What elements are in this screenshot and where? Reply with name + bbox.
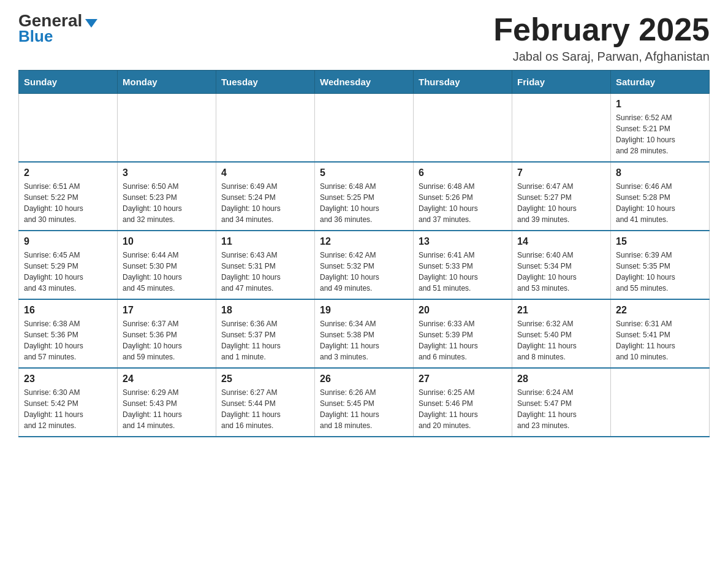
weekday-header-tuesday: Tuesday	[216, 71, 315, 94]
day-number: 6	[419, 167, 507, 178]
day-info: Sunrise: 6:51 AM Sunset: 5:22 PM Dayligh…	[24, 181, 112, 225]
calendar-day-16: 16Sunrise: 6:38 AM Sunset: 5:36 PM Dayli…	[19, 299, 118, 368]
logo-blue: Blue	[18, 27, 53, 46]
day-number: 23	[24, 373, 112, 385]
weekday-header-saturday: Saturday	[611, 71, 710, 94]
day-info: Sunrise: 6:46 AM Sunset: 5:28 PM Dayligh…	[616, 181, 704, 225]
day-number: 8	[616, 167, 704, 178]
day-number: 2	[24, 167, 112, 178]
day-number: 14	[517, 236, 605, 247]
day-info: Sunrise: 6:33 AM Sunset: 5:39 PM Dayligh…	[419, 318, 507, 362]
day-info: Sunrise: 6:31 AM Sunset: 5:41 PM Dayligh…	[616, 318, 704, 362]
calendar-day-18: 18Sunrise: 6:36 AM Sunset: 5:37 PM Dayli…	[216, 299, 315, 368]
day-info: Sunrise: 6:36 AM Sunset: 5:37 PM Dayligh…	[221, 318, 309, 362]
weekday-header-thursday: Thursday	[414, 71, 512, 94]
day-number: 28	[517, 373, 605, 385]
calendar-day-5: 5Sunrise: 6:48 AM Sunset: 5:25 PM Daylig…	[315, 162, 414, 231]
day-number: 24	[123, 373, 211, 385]
calendar-day-21: 21Sunrise: 6:32 AM Sunset: 5:40 PM Dayli…	[512, 299, 611, 368]
day-info: Sunrise: 6:50 AM Sunset: 5:23 PM Dayligh…	[123, 181, 211, 225]
calendar-day-26: 26Sunrise: 6:26 AM Sunset: 5:45 PM Dayli…	[315, 368, 414, 437]
day-number: 15	[616, 236, 704, 247]
day-number: 22	[616, 305, 704, 316]
location-subtitle: Jabal os Saraj, Parwan, Afghanistan	[493, 50, 710, 64]
page-header: General Blue February 2025 Jabal os Sara…	[18, 12, 710, 64]
calendar-day-25: 25Sunrise: 6:27 AM Sunset: 5:44 PM Dayli…	[216, 368, 315, 437]
calendar-header-row: SundayMondayTuesdayWednesdayThursdayFrid…	[19, 71, 710, 94]
calendar-day-14: 14Sunrise: 6:40 AM Sunset: 5:34 PM Dayli…	[512, 231, 611, 299]
calendar-day-15: 15Sunrise: 6:39 AM Sunset: 5:35 PM Dayli…	[611, 231, 710, 299]
calendar-empty-cell	[512, 94, 611, 163]
day-number: 26	[320, 373, 408, 385]
day-number: 3	[123, 167, 211, 178]
calendar-day-4: 4Sunrise: 6:49 AM Sunset: 5:24 PM Daylig…	[216, 162, 315, 231]
day-info: Sunrise: 6:41 AM Sunset: 5:33 PM Dayligh…	[419, 250, 507, 294]
weekday-header-sunday: Sunday	[19, 71, 118, 94]
calendar-day-10: 10Sunrise: 6:44 AM Sunset: 5:30 PM Dayli…	[118, 231, 216, 299]
day-info: Sunrise: 6:45 AM Sunset: 5:29 PM Dayligh…	[24, 250, 112, 294]
day-number: 20	[419, 305, 507, 316]
day-number: 11	[221, 236, 309, 247]
weekday-header-wednesday: Wednesday	[315, 71, 414, 94]
calendar-day-7: 7Sunrise: 6:47 AM Sunset: 5:27 PM Daylig…	[512, 162, 611, 231]
calendar-day-3: 3Sunrise: 6:50 AM Sunset: 5:23 PM Daylig…	[118, 162, 216, 231]
calendar-empty-cell	[315, 94, 414, 163]
calendar-day-9: 9Sunrise: 6:45 AM Sunset: 5:29 PM Daylig…	[19, 231, 118, 299]
day-number: 5	[320, 167, 408, 178]
calendar-empty-cell	[611, 368, 710, 437]
day-info: Sunrise: 6:40 AM Sunset: 5:34 PM Dayligh…	[517, 250, 605, 294]
calendar-empty-cell	[414, 94, 512, 163]
calendar-day-28: 28Sunrise: 6:24 AM Sunset: 5:47 PM Dayli…	[512, 368, 611, 437]
day-number: 1	[616, 99, 704, 110]
day-info: Sunrise: 6:48 AM Sunset: 5:26 PM Dayligh…	[419, 181, 507, 225]
calendar-week-row: 1Sunrise: 6:52 AM Sunset: 5:21 PM Daylig…	[19, 94, 710, 163]
day-info: Sunrise: 6:48 AM Sunset: 5:25 PM Dayligh…	[320, 181, 408, 225]
day-number: 10	[123, 236, 211, 247]
month-title: February 2025	[493, 12, 710, 47]
calendar-day-17: 17Sunrise: 6:37 AM Sunset: 5:36 PM Dayli…	[118, 299, 216, 368]
day-info: Sunrise: 6:42 AM Sunset: 5:32 PM Dayligh…	[320, 250, 408, 294]
weekday-header-monday: Monday	[118, 71, 216, 94]
day-info: Sunrise: 6:43 AM Sunset: 5:31 PM Dayligh…	[221, 250, 309, 294]
calendar-empty-cell	[118, 94, 216, 163]
day-info: Sunrise: 6:25 AM Sunset: 5:46 PM Dayligh…	[419, 387, 507, 431]
day-info: Sunrise: 6:49 AM Sunset: 5:24 PM Dayligh…	[221, 181, 309, 225]
calendar-table: SundayMondayTuesdayWednesdayThursdayFrid…	[18, 70, 710, 437]
calendar-day-27: 27Sunrise: 6:25 AM Sunset: 5:46 PM Dayli…	[414, 368, 512, 437]
day-info: Sunrise: 6:52 AM Sunset: 5:21 PM Dayligh…	[616, 112, 704, 156]
day-info: Sunrise: 6:34 AM Sunset: 5:38 PM Dayligh…	[320, 318, 408, 362]
day-info: Sunrise: 6:29 AM Sunset: 5:43 PM Dayligh…	[123, 387, 211, 431]
calendar-day-11: 11Sunrise: 6:43 AM Sunset: 5:31 PM Dayli…	[216, 231, 315, 299]
calendar-week-row: 16Sunrise: 6:38 AM Sunset: 5:36 PM Dayli…	[19, 299, 710, 368]
calendar-day-8: 8Sunrise: 6:46 AM Sunset: 5:28 PM Daylig…	[611, 162, 710, 231]
day-info: Sunrise: 6:26 AM Sunset: 5:45 PM Dayligh…	[320, 387, 408, 431]
day-info: Sunrise: 6:39 AM Sunset: 5:35 PM Dayligh…	[616, 250, 704, 294]
calendar-day-22: 22Sunrise: 6:31 AM Sunset: 5:41 PM Dayli…	[611, 299, 710, 368]
day-info: Sunrise: 6:37 AM Sunset: 5:36 PM Dayligh…	[123, 318, 211, 362]
day-number: 19	[320, 305, 408, 316]
calendar-day-2: 2Sunrise: 6:51 AM Sunset: 5:22 PM Daylig…	[19, 162, 118, 231]
logo-arrow-icon	[85, 19, 97, 28]
day-number: 9	[24, 236, 112, 247]
calendar-day-6: 6Sunrise: 6:48 AM Sunset: 5:26 PM Daylig…	[414, 162, 512, 231]
calendar-day-23: 23Sunrise: 6:30 AM Sunset: 5:42 PM Dayli…	[19, 368, 118, 437]
calendar-day-24: 24Sunrise: 6:29 AM Sunset: 5:43 PM Dayli…	[118, 368, 216, 437]
day-number: 4	[221, 167, 309, 178]
calendar-day-12: 12Sunrise: 6:42 AM Sunset: 5:32 PM Dayli…	[315, 231, 414, 299]
weekday-header-friday: Friday	[512, 71, 611, 94]
calendar-day-1: 1Sunrise: 6:52 AM Sunset: 5:21 PM Daylig…	[611, 94, 710, 163]
day-info: Sunrise: 6:30 AM Sunset: 5:42 PM Dayligh…	[24, 387, 112, 431]
day-number: 17	[123, 305, 211, 316]
day-info: Sunrise: 6:24 AM Sunset: 5:47 PM Dayligh…	[517, 387, 605, 431]
calendar-day-13: 13Sunrise: 6:41 AM Sunset: 5:33 PM Dayli…	[414, 231, 512, 299]
calendar-empty-cell	[216, 94, 315, 163]
day-info: Sunrise: 6:44 AM Sunset: 5:30 PM Dayligh…	[123, 250, 211, 294]
title-section: February 2025 Jabal os Saraj, Parwan, Af…	[493, 12, 710, 64]
calendar-day-19: 19Sunrise: 6:34 AM Sunset: 5:38 PM Dayli…	[315, 299, 414, 368]
day-number: 18	[221, 305, 309, 316]
day-number: 16	[24, 305, 112, 316]
calendar-week-row: 9Sunrise: 6:45 AM Sunset: 5:29 PM Daylig…	[19, 231, 710, 299]
calendar-day-20: 20Sunrise: 6:33 AM Sunset: 5:39 PM Dayli…	[414, 299, 512, 368]
day-number: 21	[517, 305, 605, 316]
day-number: 7	[517, 167, 605, 178]
